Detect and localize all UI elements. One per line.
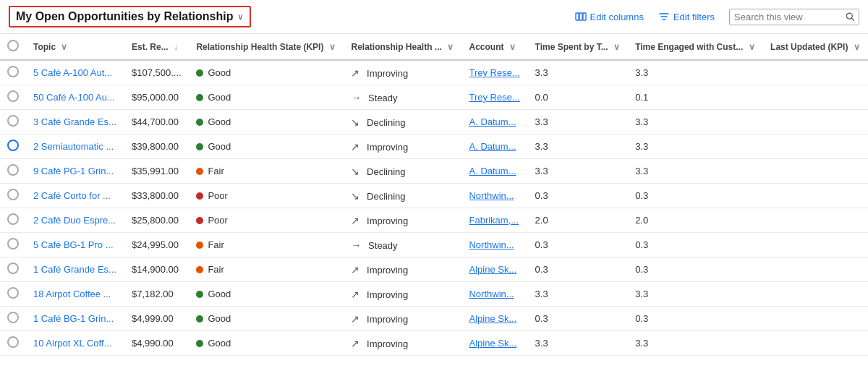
row-health-state: Fair <box>189 159 344 184</box>
topic-link[interactable]: 2 Café Corto for ... <box>33 190 111 201</box>
row-checkbox[interactable] <box>7 336 19 348</box>
topic-link[interactable]: 5 Café A-100 Aut... <box>33 67 112 78</box>
sort-account-icon: ∨ <box>509 42 516 52</box>
edit-columns-button[interactable]: Edit columns <box>575 11 644 22</box>
row-checkbox[interactable] <box>7 115 19 127</box>
topic-link[interactable]: 3 Café Grande Es... <box>33 116 116 127</box>
col-time-spent[interactable]: Time Spent by T... ∨ <box>528 34 629 60</box>
account-link[interactable]: Northwin... <box>469 289 514 299</box>
row-checkbox[interactable] <box>7 263 19 274</box>
col-health-trend[interactable]: Relationship Health ... ∨ <box>344 34 461 60</box>
row-checkbox-cell <box>0 159 26 184</box>
account-link[interactable]: Trey Rese... <box>469 67 519 78</box>
row-topic[interactable]: 10 Airpot XL Coff... <box>26 331 124 356</box>
row-account[interactable]: Trey Rese... <box>461 85 527 110</box>
search-input[interactable] <box>734 12 841 22</box>
row-checkbox-cell <box>0 184 26 208</box>
account-link[interactable]: A. Datum... <box>469 166 516 176</box>
col-last-updated[interactable]: Last Updated (KPI) ∨ <box>763 34 868 60</box>
row-account[interactable]: Alpine Sk... <box>461 307 527 331</box>
row-checkbox[interactable] <box>7 287 19 299</box>
topic-link[interactable]: 9 Café PG-1 Grin... <box>33 166 114 176</box>
account-link[interactable]: Alpine Sk... <box>469 264 516 275</box>
topic-link[interactable]: 1 Café Grande Es... <box>33 264 116 275</box>
col-account[interactable]: Account ∨ <box>461 34 527 60</box>
row-topic[interactable]: 5 Café A-100 Aut... <box>26 60 124 85</box>
header: My Open Opportunities by Relationship ∨ … <box>0 0 868 34</box>
row-checkbox[interactable] <box>7 66 19 77</box>
row-checkbox[interactable] <box>7 213 19 225</box>
row-health-state: Fair <box>189 257 344 282</box>
topic-link[interactable]: 1 Café BG-1 Grin... <box>33 313 114 324</box>
row-account[interactable]: A. Datum... <box>461 135 527 159</box>
row-time-spent: 0.3 <box>528 233 629 257</box>
row-checkbox-cell <box>0 257 26 282</box>
row-topic[interactable]: 2 Café Corto for ... <box>26 184 124 208</box>
topic-link[interactable]: 2 Café Duo Espre... <box>33 215 116 226</box>
row-revenue: $7,182.00 <box>124 282 189 307</box>
row-time-engaged: 0.3 <box>628 233 763 257</box>
col-time-engaged[interactable]: Time Engaged with Cust... ∨ <box>628 34 763 60</box>
row-checkbox[interactable] <box>7 189 19 200</box>
account-link[interactable]: Fabrikam,... <box>469 215 519 226</box>
row-account[interactable]: Trey Rese... <box>461 60 527 85</box>
row-topic[interactable]: 9 Café PG-1 Grin... <box>26 159 124 184</box>
account-link[interactable]: Northwin... <box>469 190 514 201</box>
row-checkbox[interactable] <box>7 90 19 102</box>
opportunities-table: Topic ∨ Est. Re... ↓ Relationship Health… <box>0 34 868 356</box>
row-topic[interactable]: 5 Café BG-1 Pro ... <box>26 233 124 257</box>
row-revenue: $44,700.00 <box>124 110 189 135</box>
row-topic[interactable]: 2 Semiautomatic ... <box>26 135 124 159</box>
col-health-state[interactable]: Relationship Health State (KPI) ∨ <box>189 34 344 60</box>
topic-link[interactable]: 5 Café BG-1 Pro ... <box>33 239 114 250</box>
row-time-spent: 3.3 <box>528 331 629 356</box>
topic-link[interactable]: 2 Semiautomatic ... <box>33 141 114 152</box>
row-account[interactable]: Northwin... <box>461 282 527 307</box>
account-link[interactable]: A. Datum... <box>469 141 516 152</box>
row-account[interactable]: Northwin... <box>461 184 527 208</box>
row-topic[interactable]: 1 Café BG-1 Grin... <box>26 307 124 331</box>
row-checkbox-cell <box>0 110 26 135</box>
row-account[interactable]: Alpine Sk... <box>461 331 527 356</box>
account-link[interactable]: Alpine Sk... <box>469 338 516 349</box>
svg-line-4 <box>851 18 854 20</box>
row-checkbox[interactable] <box>7 312 19 323</box>
row-topic[interactable]: 3 Café Grande Es... <box>26 110 124 135</box>
row-checkbox[interactable] <box>7 140 19 151</box>
row-last-updated <box>763 307 868 331</box>
row-account[interactable]: A. Datum... <box>461 159 527 184</box>
select-all-checkbox[interactable] <box>7 40 19 51</box>
row-topic[interactable]: 18 Airpot Coffee ... <box>26 282 124 307</box>
health-dot <box>196 340 203 347</box>
edit-filters-button[interactable]: Edit filters <box>658 11 715 22</box>
table-row: 18 Airpot Coffee ... $7,182.00 Good ↗ Im… <box>0 282 868 307</box>
row-checkbox[interactable] <box>7 164 19 176</box>
trend-arrow-icon: ↘ <box>351 166 359 177</box>
account-link[interactable]: Northwin... <box>469 239 514 250</box>
row-time-spent: 3.3 <box>528 60 629 85</box>
row-checkbox[interactable] <box>7 238 19 249</box>
row-last-updated <box>763 282 868 307</box>
row-topic[interactable]: 2 Café Duo Espre... <box>26 208 124 233</box>
row-account[interactable]: Northwin... <box>461 233 527 257</box>
account-link[interactable]: Trey Rese... <box>469 92 519 103</box>
col-est-revenue[interactable]: Est. Re... ↓ <box>124 34 189 60</box>
row-topic[interactable]: 50 Café A-100 Au... <box>26 85 124 110</box>
row-account[interactable]: Fabrikam,... <box>461 208 527 233</box>
row-health-state: Good <box>189 282 344 307</box>
row-topic[interactable]: 1 Café Grande Es... <box>26 257 124 282</box>
topic-link[interactable]: 10 Airpot XL Coff... <box>33 338 111 349</box>
topic-link[interactable]: 50 Café A-100 Au... <box>33 92 115 103</box>
trend-arrow-icon: ↗ <box>351 141 359 153</box>
topic-link[interactable]: 18 Airpot Coffee ... <box>33 289 111 299</box>
search-box[interactable] <box>729 9 859 25</box>
health-dot <box>196 266 203 273</box>
row-health-trend: ↗ Improving <box>344 331 461 356</box>
row-account[interactable]: A. Datum... <box>461 110 527 135</box>
chevron-down-icon[interactable]: ∨ <box>237 12 244 22</box>
row-account[interactable]: Alpine Sk... <box>461 257 527 282</box>
account-link[interactable]: Alpine Sk... <box>469 313 516 324</box>
row-time-spent: 0.3 <box>528 307 629 331</box>
col-topic[interactable]: Topic ∨ <box>26 34 124 60</box>
account-link[interactable]: A. Datum... <box>469 116 516 127</box>
